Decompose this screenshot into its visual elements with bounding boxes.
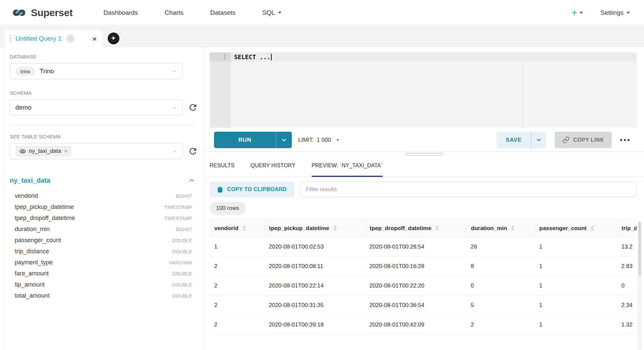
refresh-tables-icon[interactable] <box>187 146 198 157</box>
table-cell: 1 <box>535 237 617 257</box>
column-header[interactable]: vendorid <box>210 220 265 237</box>
clipboard-icon <box>217 186 223 193</box>
table-cell: 2020-08-01T00:08:11 <box>265 257 365 276</box>
schema-column-row[interactable]: duration_min BIGINT <box>10 224 192 235</box>
close-tab-icon[interactable]: × <box>93 35 97 42</box>
copy-link-button[interactable]: COPY LINK <box>555 132 612 148</box>
column-type: TIMESTAMP <box>164 205 192 210</box>
column-name: trip_distance <box>15 248 49 255</box>
sort-icon[interactable] <box>511 226 515 231</box>
scrollbar-thumb[interactable] <box>638 222 641 275</box>
sidebar-divider <box>10 125 195 125</box>
schema-column-row[interactable]: total_amount DOUBLE <box>10 290 192 301</box>
save-options-chevron-icon[interactable] <box>531 132 546 148</box>
sort-icon[interactable] <box>333 226 337 231</box>
link-icon <box>562 136 570 143</box>
remove-table-icon[interactable]: × <box>64 148 67 154</box>
table-schema-header[interactable]: ny_taxi_data <box>10 177 195 184</box>
table-cell: 2 <box>210 276 265 296</box>
chevron-up-icon[interactable] <box>189 177 195 184</box>
sqllab-sidebar: DATABASE trino Trino SCHEMA demo <box>0 47 204 350</box>
panel-edge-divider <box>3 47 4 350</box>
limit-value: 1 000 <box>317 137 331 143</box>
run-options-chevron-icon[interactable] <box>276 132 292 148</box>
sql-code: SELECT ... <box>234 52 270 61</box>
table-cell: 2020-08-01T00:36:54 <box>365 296 467 315</box>
query-tab[interactable]: Untitled Query 1 × <box>4 30 103 47</box>
table-cell: 2020-08-01T00:02:53 <box>265 237 365 257</box>
editor-gutter: 1 <box>210 52 231 128</box>
column-header-label: duration_min <box>471 225 507 232</box>
column-name: duration_min <box>15 226 50 233</box>
add-tab-area: + <box>103 30 124 47</box>
table-cell: 2020-08-01T00:31:35 <box>265 296 365 315</box>
nav-charts[interactable]: Charts <box>165 9 183 16</box>
column-type: DOUBLE <box>172 293 192 299</box>
schema-column-row[interactable]: fare_amount DOUBLE <box>10 268 192 279</box>
table-cell: 2 <box>467 315 535 335</box>
schema-column-row[interactable]: vendorid BIGINT <box>10 190 192 202</box>
caret-down-icon <box>278 12 281 14</box>
database-label: DATABASE <box>10 54 204 59</box>
schema-column-row[interactable]: trip_distance DOUBLE <box>10 246 192 257</box>
query-tab-strip: Untitled Query 1 × + <box>0 26 644 47</box>
filter-results-input[interactable] <box>300 182 637 197</box>
column-type: BIGINT <box>176 193 192 199</box>
table-row: 22020-08-01T00:22:142020-08-01T00:22:200… <box>210 276 637 296</box>
row-count-badge: 100 rows <box>210 202 246 215</box>
column-header[interactable]: tpep_pickup_datetime <box>265 220 365 237</box>
caret-down-icon <box>580 12 583 14</box>
schema-column-row[interactable]: passenger_count DOUBLE <box>10 235 192 246</box>
column-header-label: tpep_dropoff_datetime <box>370 225 431 232</box>
sql-editor[interactable]: 1 SELECT ... <box>210 52 637 128</box>
tab-query-history[interactable]: QUERY HISTORY <box>251 163 296 177</box>
column-type: TIMESTAMP <box>164 216 192 221</box>
sort-icon[interactable] <box>435 226 439 231</box>
save-button[interactable]: SAVE <box>496 132 546 148</box>
editor-print-margin <box>523 52 523 128</box>
copy-to-clipboard-button[interactable]: COPY TO CLIPBOARD <box>210 182 294 197</box>
schema-column-row[interactable]: payment_type VARCHAR <box>10 257 192 268</box>
tab-results[interactable]: RESULTS <box>210 163 234 177</box>
resize-grip-handle[interactable] <box>405 153 443 156</box>
column-header[interactable]: tpep_dropoff_datetime <box>365 220 467 237</box>
add-tab-button[interactable]: + <box>108 33 119 44</box>
refresh-schemas-icon[interactable] <box>187 102 198 113</box>
database-select[interactable]: trino Trino <box>10 63 183 79</box>
schema-column-row[interactable]: tpep_pickup_datetime TIMESTAMP <box>10 202 192 213</box>
results-scrollbar[interactable] <box>638 221 642 350</box>
column-header[interactable]: passenger_count <box>535 220 617 237</box>
table-cell: 2020-08-01T00:39:18 <box>265 315 365 335</box>
more-options-icon[interactable] <box>618 135 632 145</box>
new-item-button[interactable]: + <box>572 8 583 17</box>
schema-select[interactable]: demo <box>10 99 183 116</box>
sort-icon[interactable] <box>243 226 246 231</box>
table-cell: 1 <box>535 276 617 296</box>
database-engine-badge: trino <box>15 67 35 76</box>
limit-dropdown[interactable]: LIMIT: 1 000 <box>298 137 339 143</box>
tab-preview-table[interactable]: PREVIEW: `NY_TAXI_DATA` <box>312 163 383 177</box>
nav-sql-menu[interactable]: SQL <box>262 9 281 16</box>
column-header[interactable]: trip_distance <box>617 220 637 237</box>
table-cell: 26 <box>467 237 535 257</box>
superset-logo[interactable]: Superset <box>11 7 72 18</box>
table-cell: 13.2 <box>617 237 637 257</box>
column-header[interactable]: duration_min <box>467 220 535 237</box>
table-cell: 2020-08-01T00:28:54 <box>365 237 467 257</box>
results-toolbar: COPY TO CLIPBOARD <box>210 182 637 197</box>
caret-down-icon <box>336 139 339 141</box>
settings-menu[interactable]: Settings <box>600 9 630 16</box>
schema-column-row[interactable]: tpep_dropoff_datetime TIMESTAMP <box>10 213 192 224</box>
nav-dashboards[interactable]: Dashboards <box>103 9 138 16</box>
column-header-label: vendorid <box>214 225 238 232</box>
table-cell: 2020-08-01T00:16:28 <box>365 257 467 276</box>
table-cell: 2020-08-01T00:22:20 <box>365 276 467 296</box>
nav-datasets[interactable]: Datasets <box>210 9 235 16</box>
schema-column-row[interactable]: tip_amount DOUBLE <box>10 279 192 290</box>
column-header-label: passenger_count <box>539 225 587 232</box>
drag-handle-icon[interactable] <box>10 35 11 42</box>
table-select[interactable]: ny_taxi_data × <box>10 143 183 159</box>
editor-toolbar: RUN LIMIT: 1 000 SAVE <box>204 132 644 148</box>
run-button[interactable]: RUN <box>214 132 292 148</box>
sort-icon[interactable] <box>591 226 594 231</box>
